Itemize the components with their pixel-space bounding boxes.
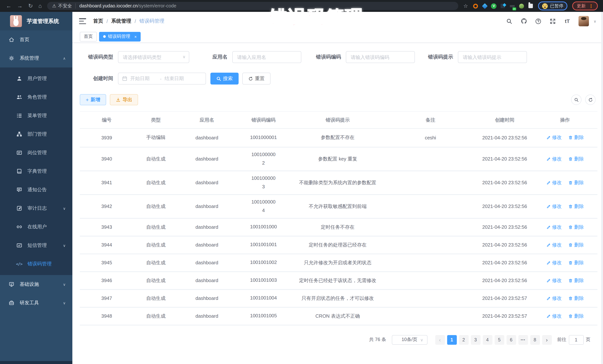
sidebar-item-menu-management[interactable]: 菜单管理 bbox=[0, 106, 72, 125]
fullscreen-icon[interactable] bbox=[549, 18, 556, 24]
sidebar-item-dev-tools[interactable]: 研发工具 ∨ bbox=[0, 294, 72, 312]
edit-link[interactable]: 修改 bbox=[546, 259, 562, 266]
delete-link[interactable]: 删除 bbox=[568, 155, 584, 162]
tab-close-icon[interactable]: × bbox=[134, 34, 137, 39]
breadcrumb-home[interactable]: 首页 bbox=[93, 18, 103, 24]
sidebar-item-label: 字典管理 bbox=[27, 168, 47, 175]
page-button-6[interactable]: 6 bbox=[506, 335, 516, 344]
sidebar-item-home[interactable]: 首页 bbox=[0, 30, 72, 49]
address-bar[interactable]: ⚠ 不安全 dashboard.yudao.iocoder.cn /system… bbox=[47, 2, 458, 10]
reset-button[interactable]: 重置 bbox=[242, 73, 270, 85]
delete-link[interactable]: 删除 bbox=[568, 224, 584, 230]
page-button-1[interactable]: 1 bbox=[447, 335, 457, 344]
prev-page-button[interactable]: ‹ bbox=[435, 335, 445, 344]
profile-paused-chip[interactable]: 已暂停 bbox=[538, 1, 567, 10]
extension-gem-icon[interactable] bbox=[482, 3, 487, 9]
page-button-8[interactable]: 8 bbox=[530, 335, 540, 344]
edit-link[interactable]: 修改 bbox=[546, 277, 562, 284]
delete-link[interactable]: 删除 bbox=[568, 134, 584, 141]
delete-link[interactable]: 删除 bbox=[568, 259, 584, 266]
export-button[interactable]: 导出 bbox=[110, 94, 138, 105]
sidebar-item-sms-management[interactable]: 短信管理 ∨ bbox=[0, 236, 72, 255]
page-button-5[interactable]: 5 bbox=[494, 335, 504, 344]
search-button[interactable]: 搜索 bbox=[210, 73, 239, 85]
github-icon[interactable] bbox=[521, 18, 527, 24]
edit-link[interactable]: 修改 bbox=[546, 134, 562, 141]
bookmark-star-icon[interactable]: ☆ bbox=[463, 3, 468, 9]
page-button-4[interactable]: 4 bbox=[483, 335, 492, 344]
error-code-input[interactable] bbox=[346, 51, 415, 63]
cell-type: 自动生成 bbox=[134, 289, 178, 307]
collapse-sidebar-icon[interactable] bbox=[79, 18, 86, 24]
next-page-button[interactable]: › bbox=[542, 335, 552, 344]
tab-home[interactable]: 首页 bbox=[80, 32, 97, 41]
breadcrumb-system[interactable]: 系统管理 bbox=[111, 18, 131, 24]
extension-ring-icon[interactable] bbox=[472, 3, 478, 9]
delete-link[interactable]: 删除 bbox=[568, 179, 584, 186]
extension-switch-icon[interactable]: on bbox=[509, 3, 515, 9]
sidebar-item-user-management[interactable]: 用户管理 bbox=[0, 69, 72, 88]
delete-link[interactable]: 删除 bbox=[568, 242, 584, 248]
edit-link[interactable]: 修改 bbox=[546, 224, 562, 230]
cell-code: 1001001003 bbox=[236, 272, 291, 289]
delete-link[interactable]: 删除 bbox=[568, 295, 584, 302]
edit-link[interactable]: 修改 bbox=[546, 155, 562, 162]
delete-link[interactable]: 删除 bbox=[568, 277, 584, 284]
sidebar-item-label: 岗位管理 bbox=[27, 149, 47, 156]
cell-memo bbox=[384, 194, 477, 218]
sidebar-item-role-management[interactable]: 角色管理 bbox=[0, 88, 72, 106]
sidebar-item-system-management[interactable]: 系统管理 ∧ bbox=[0, 49, 72, 67]
sidebar-item-dept-management[interactable]: 部门管理 bbox=[0, 125, 72, 143]
error-code-table: 编号 类型 应用名 错误码编码 错误码提示 备注 创建时间 操作 3939 手动… bbox=[80, 111, 597, 325]
browser-menu-dots-icon[interactable]: ⋮ bbox=[589, 3, 593, 9]
cell-memo bbox=[384, 171, 477, 194]
search-icon[interactable] bbox=[506, 18, 513, 24]
edit-link[interactable]: 修改 bbox=[546, 295, 562, 302]
add-button[interactable]: + 新增 bbox=[80, 94, 106, 105]
edit-link[interactable]: 修改 bbox=[546, 179, 562, 186]
chevron-down-icon: ∨ bbox=[63, 206, 66, 210]
chrome-update-button[interactable]: 更新 ⋮ bbox=[572, 1, 598, 10]
edit-link[interactable]: 修改 bbox=[546, 313, 562, 319]
browser-back-icon[interactable]: ← bbox=[6, 3, 12, 9]
page-button-2[interactable]: 2 bbox=[459, 335, 468, 344]
not-secure-label[interactable]: 不安全 bbox=[58, 3, 72, 9]
tab-error-code[interactable]: 错误码管理 × bbox=[99, 32, 141, 41]
extensions-puzzle-icon[interactable] bbox=[528, 3, 533, 9]
extension-frog-icon[interactable] bbox=[518, 3, 524, 9]
sidebar-item-error-code-management[interactable]: </> 错误码管理 bbox=[0, 255, 72, 273]
help-icon[interactable] bbox=[535, 18, 542, 24]
show-search-toggle-button[interactable] bbox=[571, 95, 581, 105]
page-size-select[interactable]: 10条/页 ∨ bbox=[392, 335, 427, 344]
scrollbar[interactable] bbox=[601, 12, 603, 364]
sidebar-item-notice-management[interactable]: 通知公告 bbox=[0, 180, 72, 199]
refresh-table-button[interactable] bbox=[585, 95, 596, 105]
app-logo[interactable]: 芋道管理系统 bbox=[0, 12, 72, 30]
goto-page-input[interactable] bbox=[569, 335, 583, 344]
error-type-select[interactable] bbox=[118, 51, 189, 63]
page-button-3[interactable]: 3 bbox=[471, 335, 480, 344]
app-name-input[interactable] bbox=[232, 51, 301, 63]
delete-link[interactable]: 删除 bbox=[568, 203, 584, 210]
date-range-picker[interactable]: 开始日期 - 结束日期 bbox=[118, 73, 206, 85]
error-hint-input[interactable] bbox=[458, 51, 527, 63]
edit-link[interactable]: 修改 bbox=[546, 203, 562, 210]
extension-v-icon[interactable]: V bbox=[491, 3, 497, 9]
font-size-icon[interactable]: tT bbox=[564, 18, 570, 24]
extension-diamond-icon[interactable] bbox=[500, 3, 506, 9]
sidebar-item-infrastructure[interactable]: 基础设施 ∨ bbox=[0, 275, 72, 294]
sidebar-item-dict-management[interactable]: 字典管理 bbox=[0, 162, 72, 180]
browser-home-icon[interactable]: ⌂ bbox=[38, 3, 42, 9]
more-pages-button[interactable]: ••• bbox=[518, 335, 528, 344]
trash-icon bbox=[568, 296, 573, 300]
sidebar-item-audit-log[interactable]: 审计日志 ∨ bbox=[0, 199, 72, 218]
user-avatar[interactable] bbox=[578, 16, 589, 26]
delete-link[interactable]: 删除 bbox=[568, 313, 584, 319]
cell-created: 2021-04-20 23:52:56 bbox=[477, 194, 533, 218]
browser-forward-icon[interactable]: → bbox=[17, 3, 23, 9]
avatar-caret-down-icon[interactable]: ∨ bbox=[593, 19, 596, 23]
sidebar-item-online-users[interactable]: 在线用户 bbox=[0, 218, 72, 236]
edit-link[interactable]: 修改 bbox=[546, 242, 562, 248]
sidebar-item-post-management[interactable]: 岗位管理 bbox=[0, 143, 72, 162]
browser-reload-icon[interactable]: ↻ bbox=[28, 3, 33, 9]
